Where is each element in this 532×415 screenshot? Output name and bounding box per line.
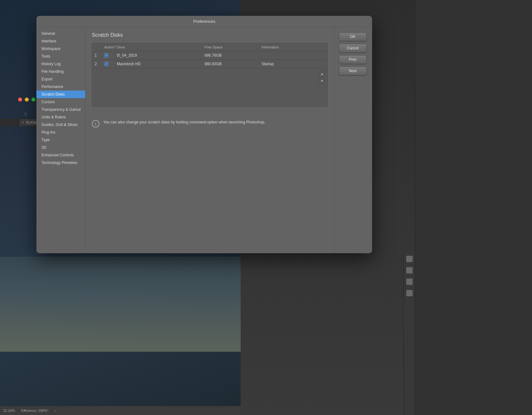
sidebar-item-guides-grid[interactable]: Guides, Grid & Slices xyxy=(36,121,85,129)
scroll-down-arrow[interactable]: ▼ xyxy=(319,78,325,84)
sidebar-item-transparency-gamut[interactable]: Transparency & Gamut xyxy=(36,106,85,113)
tools-sidebar xyxy=(403,253,415,415)
row1-drive: t5_04_2019 xyxy=(117,53,205,58)
efficiency-display: Efficiency: 100%* xyxy=(21,409,48,412)
minimize-button-bg[interactable] xyxy=(25,97,29,102)
col-information: Information xyxy=(262,45,325,49)
home-icon[interactable]: ⌂ xyxy=(21,109,30,118)
sidebar-item-history-log[interactable]: History Log xyxy=(36,60,85,68)
sidebar-item-plug-ins[interactable]: Plug-Ins xyxy=(36,129,85,136)
tool-icon-3[interactable] xyxy=(406,279,413,285)
preferences-content: Scratch Disks Active? Drive Free Space I… xyxy=(86,27,334,253)
sidebar-item-enhanced-controls[interactable]: Enhanced Controls xyxy=(36,151,85,159)
row2-checkbox[interactable] xyxy=(104,62,109,66)
col-drive: Drive xyxy=(117,45,205,49)
zoom-level: 22.16% xyxy=(3,409,15,412)
col-num xyxy=(95,45,104,49)
scroll-up-arrow[interactable]: ▲ xyxy=(319,71,325,77)
sidebar-item-technology-previews[interactable]: Technology Previews xyxy=(36,159,85,167)
row2-num: 2 xyxy=(95,62,104,66)
status-bar: 22.16% Efficiency: 100%* › xyxy=(0,406,241,415)
disk-table-header: Active? Drive Free Space Information xyxy=(92,43,327,51)
sidebar-item-file-handling[interactable]: File Handling xyxy=(36,68,85,75)
sidebar-item-export[interactable]: Export xyxy=(36,75,85,83)
preferences-buttons: OK Cancel Prev Next xyxy=(334,27,372,253)
sidebar-item-scratch-disks[interactable]: Scratch Disks xyxy=(36,91,85,98)
maximize-button-bg[interactable] xyxy=(31,97,35,102)
cancel-button[interactable]: Cancel xyxy=(339,44,367,53)
tool-icon-1[interactable] xyxy=(406,256,413,262)
arrow-indicator: › xyxy=(55,409,56,412)
col-free-space: Free Space xyxy=(205,45,262,49)
sidebar-item-3d[interactable]: 3D xyxy=(36,144,85,151)
preferences-nav: GeneralInterfaceWorkspaceToolsHistory Lo… xyxy=(36,27,86,253)
sidebar-item-type[interactable]: Type xyxy=(36,136,85,144)
dialog-body: GeneralInterfaceWorkspaceToolsHistory Lo… xyxy=(36,27,372,253)
next-button[interactable]: Next xyxy=(339,66,367,75)
tab-label: FLYOO xyxy=(26,121,38,124)
info-text: You can also change your scratch disks b… xyxy=(103,119,265,125)
ok-button[interactable]: OK xyxy=(339,32,367,41)
sidebar-item-general[interactable]: General xyxy=(36,30,85,37)
row1-free-space: 686.76GB xyxy=(205,53,262,58)
sidebar-item-cursors[interactable]: Cursors xyxy=(36,98,85,106)
row2-information: Startup xyxy=(262,62,325,66)
dialog-title: Preferences xyxy=(193,19,215,24)
col-active: Active? xyxy=(104,45,117,49)
preferences-dialog: Preferences GeneralInterfaceWorkspaceToo… xyxy=(36,16,372,253)
dialog-titlebar: Preferences xyxy=(36,16,372,27)
close-button-bg[interactable] xyxy=(18,97,22,102)
tool-icon-4[interactable] xyxy=(406,290,413,296)
info-box: i You can also change your scratch disks… xyxy=(92,116,328,131)
tool-icon-2[interactable] xyxy=(406,267,413,274)
row1-checkbox[interactable] xyxy=(104,53,109,58)
row1-num: 1 xyxy=(95,53,104,58)
sidebar-item-tools[interactable]: Tools xyxy=(36,53,85,60)
table-row: 2 Macintosh HD 980.93GB Startup xyxy=(92,60,327,68)
right-panel xyxy=(415,0,532,415)
sidebar-item-performance[interactable]: Performance xyxy=(36,83,85,91)
sidebar-item-interface[interactable]: Interface xyxy=(36,37,85,45)
sidebar-item-workspace[interactable]: Workspace xyxy=(36,45,85,53)
row2-drive: Macintosh HD xyxy=(117,62,205,66)
tab-close-icon[interactable]: ✕ xyxy=(22,121,24,124)
row2-free-space: 980.93GB xyxy=(205,62,262,66)
section-title: Scratch Disks xyxy=(92,32,328,38)
prev-button[interactable]: Prev xyxy=(339,55,367,64)
sidebar-item-units-rulers[interactable]: Units & Rulers xyxy=(36,113,85,121)
table-row: 1 t5_04_2019 686.76GB xyxy=(92,51,327,60)
info-icon: i xyxy=(92,120,99,128)
traffic-lights-bg xyxy=(18,97,35,102)
